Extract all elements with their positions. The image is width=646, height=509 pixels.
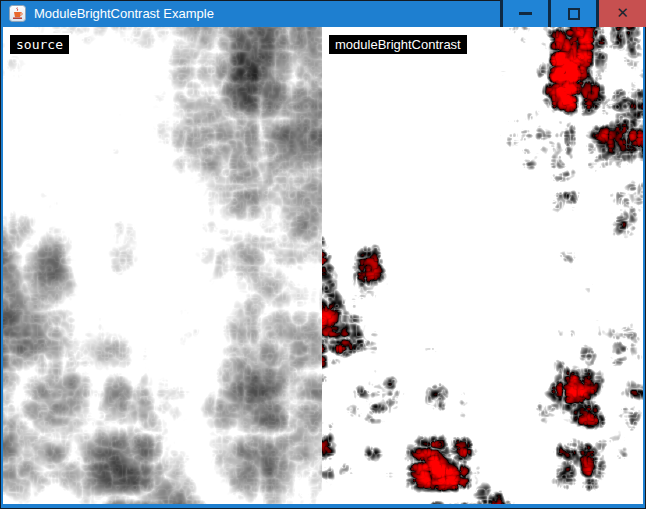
modulebrightcontrast-image: [322, 27, 643, 504]
app-window: ModuleBrightContrast Example ✕ source mo…: [0, 0, 646, 509]
minimize-button[interactable]: [503, 0, 548, 27]
window-controls: ✕: [500, 0, 646, 27]
maximize-button[interactable]: [551, 0, 596, 27]
source-label: source: [8, 33, 71, 56]
close-button[interactable]: ✕: [599, 0, 646, 27]
window-titlebar[interactable]: ModuleBrightContrast Example ✕: [0, 0, 646, 27]
source-image: [3, 27, 322, 504]
maximize-icon: [568, 8, 580, 20]
minimize-icon: [519, 12, 532, 15]
close-icon: ✕: [616, 6, 629, 21]
java-coffee-cup-icon: [9, 5, 26, 22]
window-title: ModuleBrightContrast Example: [34, 0, 214, 27]
modulebrightcontrast-panel: moduleBrightContrast: [322, 27, 643, 504]
source-panel: source: [3, 27, 322, 504]
window-content: source moduleBrightContrast: [3, 27, 643, 504]
modulebrightcontrast-label: moduleBrightContrast: [327, 33, 469, 56]
